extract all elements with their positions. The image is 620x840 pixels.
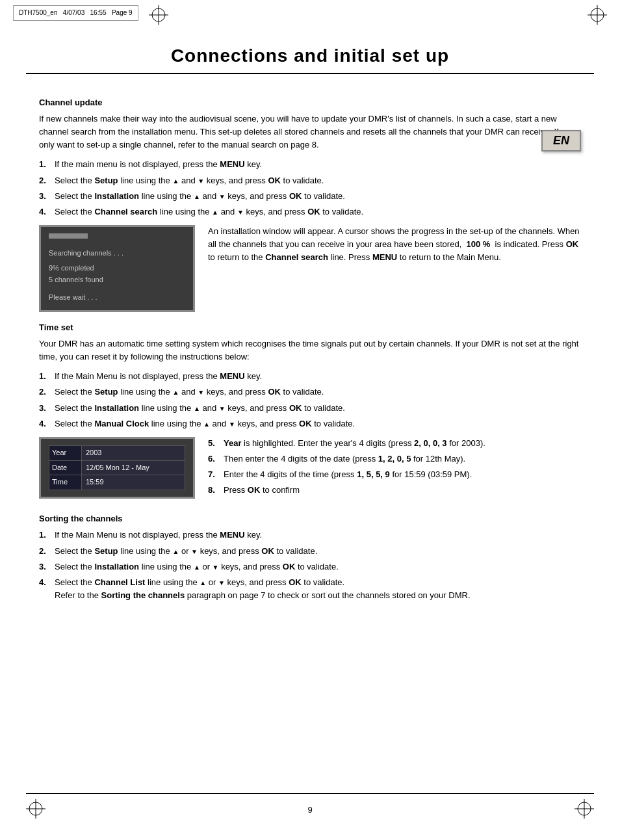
sort-step-3: 3. Select the Installation line using th…: [39, 560, 581, 573]
page-title-area: Connections and initial set up: [26, 33, 594, 74]
arrow-down-icon: ▼: [218, 579, 225, 586]
arrow-down-icon: ▼: [219, 404, 226, 412]
main-content: Channel update If new channels make thei…: [0, 74, 620, 622]
print-info-date: 4/07/03: [63, 9, 84, 16]
channel-screen-mockup: Searching channels . . . 9% completed 5 …: [39, 225, 195, 312]
screen-row-date: Date 12/05 Mon 12 - May: [49, 460, 185, 475]
screen-line2: 9% completed: [49, 263, 185, 274]
time-set-steps: 1. If the Main Menu is not displayed, pr…: [39, 370, 581, 430]
screen-row-year: Year 2003: [49, 445, 185, 460]
time-right-steps: 5. Year is highlighted. Enter the year's…: [208, 437, 581, 504]
arrow-up-icon: ▲: [203, 420, 210, 427]
arrow-up-icon: ▲: [172, 547, 179, 555]
arrow-down-icon: ▼: [219, 192, 226, 200]
arrow-down-icon: ▼: [229, 420, 235, 427]
page-title: Connections and initial set up: [65, 46, 555, 66]
time-step-4: 4. Select the Manual Clock line using th…: [39, 417, 581, 430]
step-2: 2. Select the Setup line using the ▲ and…: [39, 174, 581, 187]
channel-update-steps: 1. If the main menu is not displayed, pr…: [39, 158, 581, 218]
footer-bar: 9: [26, 793, 594, 820]
screen-line3: 5 channels found: [49, 274, 185, 286]
time-set-heading: Time set: [39, 322, 581, 332]
arrow-down-icon: ▼: [198, 177, 204, 184]
screen-bar: [49, 233, 185, 248]
channel-screen: Searching channels . . . 9% completed 5 …: [39, 225, 195, 312]
time-set-illustration: Year 2003 Date 12/05 Mon 12 - May Time 1…: [39, 437, 581, 504]
arrow-down-icon: ▼: [191, 547, 198, 555]
time-right-steps-list: 5. Year is highlighted. Enter the year's…: [208, 437, 581, 497]
time-set-intro: Your DMR has an automatic time setting s…: [39, 337, 581, 363]
channel-update-section: Channel update If new channels make thei…: [39, 98, 581, 312]
channel-update-heading: Channel update: [39, 98, 581, 107]
page-footer: 9: [26, 793, 594, 820]
arrow-up-icon: ▲: [194, 192, 200, 200]
step-4: 4. Select the Channel search line using …: [39, 205, 581, 218]
channel-description: An installation window will appear. A cu…: [208, 225, 581, 264]
sorting-steps: 1. If the Main Menu is not displayed, pr…: [39, 529, 581, 602]
time-screen: Year 2003 Date 12/05 Mon 12 - May Time 1…: [39, 437, 195, 499]
time-right-step-5: 5. Year is highlighted. Enter the year's…: [208, 437, 581, 450]
time-screen-mockup: Year 2003 Date 12/05 Mon 12 - May Time 1…: [39, 437, 195, 499]
screen-line1: Searching channels . . .: [49, 248, 185, 259]
print-info-time: 16:55: [90, 9, 107, 16]
arrow-down-icon: ▼: [198, 389, 204, 396]
time-right-step-6: 6. Then enter the 4 digits of the date (…: [208, 453, 581, 466]
time-set-section: Time set Your DMR has an automatic time …: [39, 322, 581, 503]
channel-update-illustration: Searching channels . . . 9% completed 5 …: [39, 225, 581, 312]
time-right-step-7: 7. Enter the 4 digits of the time (press…: [208, 468, 581, 481]
crosshair-top-right: [588, 5, 607, 26]
screen-line5: Please wait . . .: [49, 292, 185, 304]
time-step-1: 1. If the Main Menu is not displayed, pr…: [39, 370, 581, 383]
sort-step-1: 1. If the Main Menu is not displayed, pr…: [39, 529, 581, 542]
sorting-section: Sorting the channels 1. If the Main Menu…: [39, 514, 581, 602]
arrow-up-icon: ▲: [200, 579, 206, 586]
screen-spacer: [49, 285, 185, 292]
sort-step-2: 2. Select the Setup line using the ▲ or …: [39, 545, 581, 558]
sorting-heading: Sorting the channels: [39, 514, 581, 523]
print-info-filename: DTH7500_en: [19, 9, 57, 16]
print-info-page: Page 9: [112, 9, 133, 16]
page-wrapper: DTH7500_en 4/07/03 16:55 Page 9: [0, 0, 620, 840]
arrow-up-icon: ▲: [194, 563, 200, 570]
crosshair-top-left: [149, 5, 168, 26]
arrow-up-icon: ▲: [172, 389, 179, 396]
channel-update-intro: If new channels make their way into the …: [39, 112, 581, 151]
print-marks: DTH7500_en 4/07/03 16:55 Page 9: [0, 0, 620, 26]
step-1: 1. If the main menu is not displayed, pr…: [39, 158, 581, 171]
arrow-down-icon: ▼: [237, 208, 244, 215]
arrow-up-icon: ▲: [194, 404, 200, 412]
arrow-down-icon: ▼: [213, 563, 219, 570]
screen-row-time: Time 15:59: [49, 475, 185, 490]
arrow-up-icon: ▲: [212, 208, 218, 215]
step-3: 3. Select the Installation line using th…: [39, 190, 581, 203]
crosshair-bottom-left: [26, 799, 45, 820]
arrow-up-icon: ▲: [172, 177, 179, 184]
crosshair-bottom-right: [575, 799, 594, 820]
print-info: DTH7500_en 4/07/03 16:55 Page 9: [13, 5, 138, 21]
time-right-step-8: 8. Press OK to confirm: [208, 484, 581, 497]
time-step-2: 2. Select the Setup line using the ▲ and…: [39, 386, 581, 399]
en-badge: EN: [541, 130, 581, 151]
page-number: 9: [307, 805, 312, 815]
time-step-3: 3. Select the Installation line using th…: [39, 402, 581, 415]
sort-step-4: 4. Select the Channel List line using th…: [39, 576, 581, 602]
time-screen-table: Year 2003 Date 12/05 Mon 12 - May Time 1…: [49, 445, 185, 490]
